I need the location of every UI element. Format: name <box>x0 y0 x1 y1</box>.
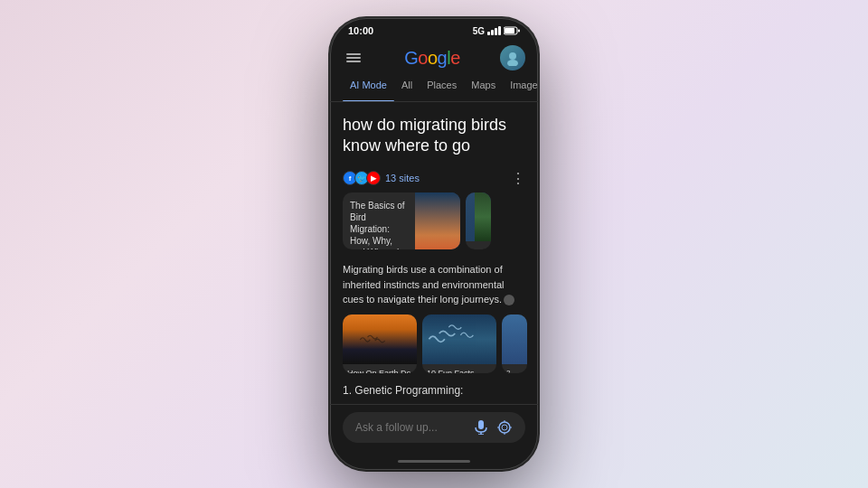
media-thumb-1 <box>343 314 417 364</box>
media-card-title-2: 10 Fun Facts About Migrating Birds <box>427 369 492 373</box>
sources-row: f 🐦 ▶ 13 sites ⋮ <box>330 164 538 192</box>
svg-rect-2 <box>518 30 520 33</box>
flying-birds-icon <box>346 330 410 357</box>
status-bar: 10:00 5G <box>330 18 538 40</box>
blue-birds-thumbnail <box>502 314 527 364</box>
bird-thumbnail <box>415 192 460 250</box>
home-bar <box>398 460 470 463</box>
battery-icon <box>504 26 520 35</box>
ask-placeholder: Ask a follow up... <box>355 421 438 434</box>
top-bar: Google <box>330 40 538 76</box>
media-card-3: 2 <box>502 314 527 373</box>
source-card-2 <box>466 192 491 250</box>
bird-thumbnail-2 <box>475 192 491 241</box>
source-card-thumb-1 <box>415 192 460 250</box>
status-time: 10:00 <box>348 25 373 36</box>
summary-text: Migrating birds use a combination of inh… <box>330 257 538 314</box>
source-card-thumb-2 <box>466 192 491 241</box>
svg-rect-1 <box>505 28 514 33</box>
tab-maps[interactable]: Maps <box>464 76 503 96</box>
favicon-3: ▶ <box>366 171 381 185</box>
more-options-icon[interactable]: ⋮ <box>511 170 525 187</box>
source-card-row: The Basics of Bird Migration: How, Why, … <box>330 192 538 258</box>
search-tabs: AI Mode All Places Maps Images Shopp... <box>330 76 538 102</box>
google-logo: Google <box>404 48 460 69</box>
avatar[interactable] <box>500 45 525 70</box>
svg-rect-6 <box>478 420 484 429</box>
summary-content: Migrating birds use a combination of inh… <box>343 264 505 305</box>
status-icons: 5G <box>473 26 520 36</box>
tab-images[interactable]: Images <box>503 76 538 96</box>
media-card-title-1: How On Earth Do Birds Know Wher... <box>347 369 412 373</box>
input-icons <box>473 419 513 436</box>
sunset-birds-thumbnail <box>343 314 417 364</box>
media-card-info-2: 10 Fun Facts About Migrating Birds Kayte… <box>422 364 496 373</box>
scroll-area[interactable]: how do migrating birds know where to go … <box>330 102 538 404</box>
media-card-info-1: How On Earth Do Birds Know Wher... Birdb… <box>343 364 417 373</box>
svg-point-10 <box>502 425 507 430</box>
sources-left: f 🐦 ▶ 13 sites <box>343 171 420 185</box>
tab-ai-mode[interactable]: AI Mode <box>343 76 394 96</box>
lens-icon[interactable] <box>496 419 513 436</box>
phone-frame: 10:00 5G Google <box>330 18 538 470</box>
signal-icon <box>487 26 501 35</box>
svg-point-9 <box>499 422 510 433</box>
media-thumb-3 <box>502 314 527 364</box>
query-title: how do migrating birds know where to go <box>343 115 525 157</box>
bottom-bar: Ask a follow up... <box>330 404 538 452</box>
numbered-section: 1. Genetic Programming: <box>330 380 538 404</box>
media-cards-row: How On Earth Do Birds Know Wher... Birdb… <box>330 314 538 380</box>
network-label: 5G <box>473 26 485 36</box>
media-card-title-3: 2 <box>506 369 523 373</box>
tab-all[interactable]: All <box>394 76 420 96</box>
source-link-icon[interactable] <box>504 295 514 305</box>
media-card-1[interactable]: How On Earth Do Birds Know Wher... Birdb… <box>343 314 417 373</box>
media-card-info-3: 2 <box>502 364 527 373</box>
query-section: how do migrating birds know where to go <box>330 102 538 164</box>
home-indicator <box>330 452 538 470</box>
sky-birds-thumbnail <box>422 314 496 364</box>
ask-input-container[interactable]: Ask a follow up... <box>343 412 525 443</box>
menu-icon[interactable] <box>343 47 364 69</box>
svg-rect-5 <box>505 50 521 66</box>
source-card-1[interactable]: The Basics of Bird Migration: How, Why, … <box>343 192 460 250</box>
media-card-2[interactable]: 10 Fun Facts About Migrating Birds Kayte… <box>422 314 496 373</box>
mic-icon[interactable] <box>473 419 489 436</box>
sky-birds-icon <box>425 319 488 355</box>
source-card-title-1: The Basics of Bird Migration: How, Why, … <box>350 200 408 250</box>
media-thumb-2 <box>422 314 496 364</box>
tab-places[interactable]: Places <box>420 76 464 96</box>
sources-count[interactable]: 13 sites <box>385 173 420 183</box>
favicon-group: f 🐦 ▶ <box>343 171 381 185</box>
source-card-text-1: The Basics of Bird Migration: How, Why, … <box>343 192 415 250</box>
